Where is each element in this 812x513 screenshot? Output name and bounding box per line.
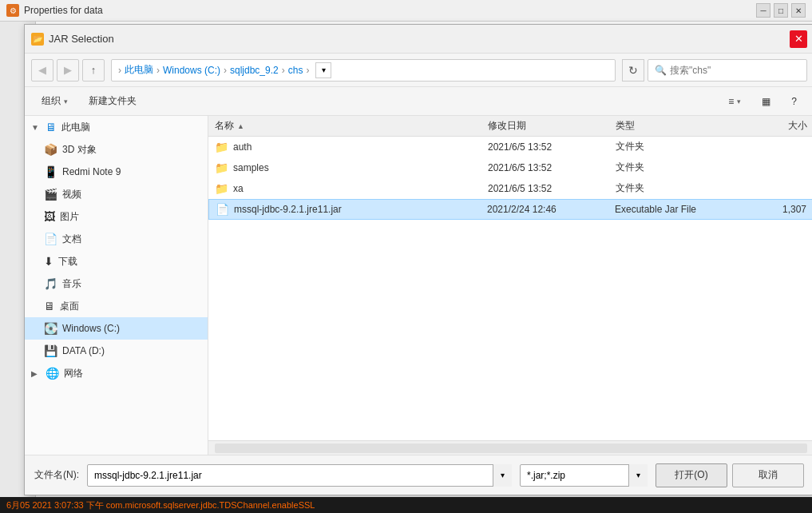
- left-panel-tree: ▼ 🖥 此电脑 📦 3D 对象 📱 Redmi Note 9 🎬 视频 🖼 图片: [25, 116, 208, 455]
- col-type-header[interactable]: 类型: [616, 119, 743, 133]
- filename-input[interactable]: [87, 464, 512, 487]
- help-icon: ?: [791, 96, 797, 107]
- breadcrumb: › 此电脑 › Windows (C:) › sqljdbc_9.2 › chs…: [111, 59, 616, 82]
- main-area: ▼ 🖥 此电脑 📦 3D 对象 📱 Redmi Note 9 🎬 视频 🖼 图片: [25, 116, 812, 455]
- tree-item-label: 桌面: [60, 300, 79, 313]
- dialog-icon: 📂: [31, 33, 44, 46]
- tree-item-label: 文档: [62, 233, 81, 246]
- breadcrumb-dropdown-button[interactable]: ▾: [315, 62, 331, 78]
- file-type: 文件夹: [616, 140, 743, 153]
- tree-item-pc[interactable]: ▼ 🖥 此电脑: [25, 116, 208, 138]
- help-button[interactable]: ?: [784, 91, 804, 112]
- tree-item-label: 下载: [58, 255, 77, 268]
- tree-item-docs[interactable]: 📄 文档: [25, 228, 208, 250]
- organize-label: 组织: [42, 94, 61, 108]
- breadcrumb-item-2[interactable]: sqljdbc_9.2: [230, 65, 279, 76]
- expand-icon: ▼: [31, 123, 41, 132]
- filename-dropdown-button[interactable]: ▾: [493, 464, 512, 487]
- docs-icon: 📄: [44, 233, 57, 245]
- expand-icon: ▶: [31, 369, 41, 378]
- col-size-header[interactable]: 大小: [743, 119, 807, 133]
- d-drive-icon: 💾: [44, 344, 57, 357]
- col-name-label: 名称: [215, 119, 234, 133]
- file-date: 2021/2/24 12:46: [487, 204, 615, 215]
- desktop-icon: 🖥: [44, 300, 55, 312]
- nav-back-button[interactable]: ◀: [31, 59, 53, 82]
- breadcrumb-sep-1: ›: [156, 65, 160, 76]
- app-icon: ⚙: [6, 4, 19, 17]
- action-buttons: 打开(O) 取消: [656, 463, 804, 487]
- tree-item-label: 视频: [62, 188, 81, 201]
- dialog-title: JAR Selection: [49, 33, 785, 45]
- file-row[interactable]: 📁 samples 2021/6/5 13:52 文件夹: [208, 157, 812, 178]
- app-maximize-btn[interactable]: □: [774, 3, 788, 18]
- search-box: 🔍: [648, 59, 807, 82]
- bottom-bar: 文件名(N): ▾ *.jar;*.zip ▾ 打开(O) 取消: [25, 455, 812, 495]
- filetype-select-wrap: *.jar;*.zip ▾: [520, 464, 648, 487]
- tree-item-d-drive[interactable]: 💾 DATA (D:): [25, 340, 208, 362]
- search-input[interactable]: [670, 65, 800, 76]
- view-button[interactable]: ≡ ▾: [721, 91, 748, 112]
- nav-up-button[interactable]: ↑: [82, 59, 105, 82]
- tree-item-music[interactable]: 🎵 音乐: [25, 272, 208, 295]
- file-type: 文件夹: [616, 161, 743, 174]
- app-title: Properties for data: [24, 5, 103, 16]
- tree-item-phone[interactable]: 📱 Redmi Note 9: [25, 161, 208, 183]
- file-date: 2021/6/5 13:52: [488, 141, 616, 153]
- file-row[interactable]: 📁 xa 2021/6/5 13:52 文件夹: [208, 178, 812, 199]
- file-name: mssql-jdbc-9.2.1.jre11.jar: [234, 204, 487, 215]
- search-icon: 🔍: [655, 65, 667, 76]
- breadcrumb-sep-2: ›: [224, 65, 227, 76]
- pc-icon: 🖥: [46, 121, 57, 133]
- cancel-button[interactable]: 取消: [732, 463, 804, 487]
- app-close-btn[interactable]: ✕: [791, 3, 806, 18]
- view-dropdown-arrow: ▾: [737, 97, 741, 105]
- folder-icon: 📁: [215, 182, 228, 195]
- c-drive-icon: 💽: [44, 322, 57, 335]
- tree-item-network[interactable]: ▶ 🌐 网络: [25, 362, 208, 384]
- jar-icon: 📄: [216, 203, 229, 216]
- folder-icon: 📁: [215, 161, 228, 174]
- col-name-header[interactable]: 名称 ▲: [215, 119, 488, 133]
- file-type: 文件夹: [616, 181, 743, 195]
- new-folder-button[interactable]: 新建文件夹: [81, 91, 144, 112]
- app-controls: ─ □ ✕: [756, 3, 806, 18]
- organize-button[interactable]: 组织 ▾: [34, 91, 75, 112]
- dialog-titlebar: 📂 JAR Selection ✕: [25, 25, 812, 54]
- tree-item-c-drive[interactable]: 💽 Windows (C:): [25, 317, 208, 340]
- filename-input-wrap: ▾: [87, 464, 512, 487]
- filename-label: 文件名(N):: [34, 468, 79, 482]
- nav-bar: ◀ ▶ ↑ › 此电脑 › Windows (C:) › sqljdbc_9.2…: [25, 54, 812, 87]
- tree-item-3d[interactable]: 📦 3D 对象: [25, 138, 208, 161]
- music-icon: 🎵: [44, 277, 57, 290]
- breadcrumb-item-3[interactable]: chs: [288, 65, 303, 76]
- filetype-select[interactable]: *.jar;*.zip: [520, 464, 648, 487]
- tree-item-desktop[interactable]: 🖥 桌面: [25, 295, 208, 317]
- app-minimize-btn[interactable]: ─: [756, 3, 770, 18]
- breadcrumb-item-1[interactable]: Windows (C:): [163, 65, 220, 76]
- file-size: 1,307: [743, 204, 806, 215]
- horizontal-scrollbar[interactable]: [208, 440, 812, 455]
- breadcrumb-item-0[interactable]: 此电脑: [125, 63, 153, 77]
- new-folder-label: 新建文件夹: [89, 94, 137, 108]
- nav-forward-button[interactable]: ▶: [57, 59, 79, 82]
- tree-item-video[interactable]: 🎬 视频: [25, 183, 208, 205]
- file-date: 2021/6/5 13:52: [488, 183, 616, 194]
- file-type: Executable Jar File: [615, 204, 743, 215]
- col-date-header[interactable]: 修改日期: [488, 119, 616, 133]
- file-row-selected[interactable]: 📄 mssql-jdbc-9.2.1.jre11.jar 2021/2/24 1…: [208, 199, 812, 220]
- file-list: 📁 auth 2021/6/5 13:52 文件夹 📁 samples 2021…: [208, 137, 812, 440]
- dialog-close-button[interactable]: ✕: [790, 30, 807, 48]
- downloads-icon: ⬇: [44, 255, 53, 268]
- file-date: 2021/6/5 13:52: [488, 162, 616, 173]
- preview-button[interactable]: ▦: [755, 91, 778, 112]
- file-name: samples: [233, 162, 488, 173]
- file-row[interactable]: 📁 auth 2021/6/5 13:52 文件夹: [208, 137, 812, 157]
- nav-refresh-button[interactable]: ↻: [622, 59, 644, 82]
- open-button[interactable]: 打开(O): [656, 463, 727, 487]
- tree-item-downloads[interactable]: ⬇ 下载: [25, 250, 208, 272]
- folder-icon: 📁: [215, 141, 228, 153]
- tree-item-label: 音乐: [62, 277, 81, 291]
- app-titlebar: ⚙ Properties for data ─ □ ✕: [0, 0, 812, 22]
- tree-item-pictures[interactable]: 🖼 图片: [25, 205, 208, 228]
